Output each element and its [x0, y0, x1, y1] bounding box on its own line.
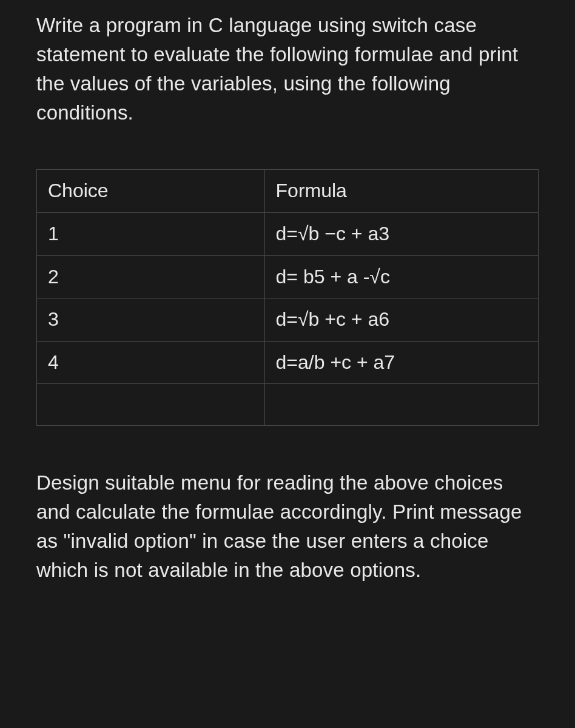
formula-table: Choice Formula 1 d=√b −c + a3 2 d= b5 + … [36, 169, 539, 426]
table-row: 4 d=a/b +c + a7 [37, 341, 539, 384]
question-outro-text: Design suitable menu for reading the abo… [36, 468, 539, 584]
cell-formula: d=√b +c + a6 [264, 298, 538, 342]
table-row-empty [37, 384, 539, 426]
header-choice: Choice [37, 170, 265, 213]
table-row: 1 d=√b −c + a3 [37, 212, 539, 255]
cell-formula: d= b5 + a -√c [264, 255, 538, 298]
question-page: Write a program in C language using swit… [0, 0, 575, 585]
cell-formula: d=√b −c + a3 [264, 212, 538, 255]
table-row: 3 d=√b +c + a6 [37, 298, 539, 342]
cell-choice: 4 [37, 341, 265, 384]
cell-choice [37, 384, 265, 426]
question-intro-text: Write a program in C language using swit… [36, 11, 539, 127]
cell-choice: 2 [37, 255, 265, 298]
cell-formula: d=a/b +c + a7 [264, 341, 538, 384]
table-header-row: Choice Formula [37, 170, 539, 213]
header-formula: Formula [264, 170, 538, 213]
cell-choice: 3 [37, 298, 265, 342]
table-row: 2 d= b5 + a -√c [37, 255, 539, 298]
cell-formula [264, 384, 538, 426]
cell-choice: 1 [37, 212, 265, 255]
